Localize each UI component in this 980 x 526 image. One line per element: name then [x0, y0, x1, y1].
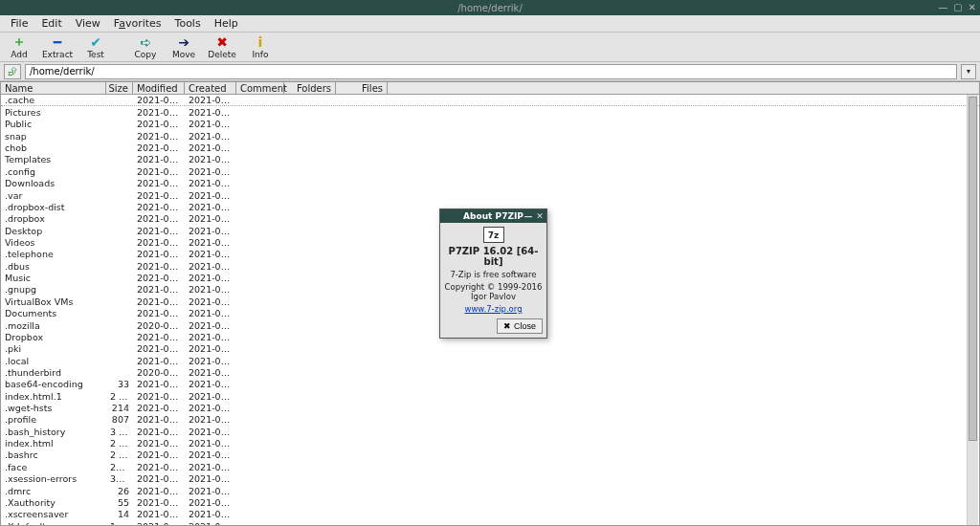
window-title: /home/derrik/ — [457, 3, 523, 13]
x-icon: ✖ — [216, 35, 228, 50]
toolbar: ＋ Add ━ Extract ✔ Test ➪ Copy ➔ Move ✖ D… — [0, 33, 980, 62]
table-row[interactable]: Public2021-02-11 01...2021-02-11 01... — [1, 119, 979, 130]
table-row[interactable]: .config2021-02-12 04...2021-02-12 04... — [1, 165, 979, 177]
addressbar: ⮵ ▾ — [0, 62, 980, 81]
col-modified[interactable]: Modified — [133, 82, 185, 94]
table-row[interactable]: .dmrc262021-02-11 01...2021-02-11 01... — [1, 485, 979, 496]
table-row[interactable]: .cache2021-02-11 20...2021-02-11 20... — [1, 95, 979, 106]
col-name[interactable]: Name — [1, 82, 106, 94]
menu-edit[interactable]: Edit — [34, 15, 68, 32]
table-row[interactable]: base64-encoding332021-02-11 20...2021-02… — [1, 379, 979, 390]
table-row[interactable]: Templates2021-02-11 01...2021-02-11 01..… — [1, 154, 979, 165]
table-row[interactable]: .xsession-errors35 0992021-02-12 04...20… — [1, 473, 979, 485]
menu-tools[interactable]: Tools — [168, 15, 208, 32]
table-row[interactable]: snap2021-02-11 19...2021-02-11 19... — [1, 130, 979, 142]
dialog-line1: 7-Zip is free software — [450, 270, 536, 279]
menu-favorites[interactable]: Favorites — [107, 15, 168, 32]
table-row[interactable]: Pictures2021-02-12 04...2021-02-12 04... — [1, 106, 979, 118]
7z-icon: 7z — [483, 227, 504, 243]
move-button[interactable]: ➔ Move — [167, 33, 201, 61]
dialog-titlebar[interactable]: About P7ZIP — ✕ — [440, 209, 546, 223]
info-icon: i — [258, 35, 263, 50]
table-row[interactable]: .bash_history3 9992021-02-11 23...2021-0… — [1, 426, 979, 437]
dialog-close-icon[interactable]: ✕ — [535, 211, 545, 221]
table-row[interactable]: .wget-hsts2142021-02-11 06...2021-02-11 … — [1, 402, 979, 413]
minus-icon: ━ — [54, 35, 61, 50]
menu-help[interactable]: Help — [208, 15, 245, 32]
scrollbar[interactable] — [967, 95, 978, 525]
about-dialog: About P7ZIP — ✕ 7z P7ZIP 16.02 [64-bit] … — [439, 208, 547, 339]
dialog-body: 7z P7ZIP 16.02 [64-bit] 7-Zip is free so… — [440, 223, 546, 338]
col-comment[interactable]: Comment — [236, 82, 284, 94]
info-button[interactable]: i Info — [243, 33, 278, 61]
menu-view[interactable]: View — [69, 15, 107, 32]
col-folders[interactable]: Folders — [284, 82, 336, 94]
table-row[interactable]: .local2021-02-11 01...2021-02-11 01... — [1, 355, 979, 366]
table-row[interactable]: chob2021-02-11 22...2021-02-11 22... — [1, 142, 979, 153]
close-icon[interactable]: ✕ — [969, 3, 976, 12]
close-x-icon: ✖ — [503, 321, 511, 331]
minimize-icon[interactable]: — — [938, 3, 947, 12]
col-files[interactable]: Files — [336, 82, 388, 94]
arrow-right-solid-icon: ➔ — [178, 35, 189, 50]
table-row[interactable]: .thunderbird2020-03-28 01...2021-02-11 0… — [1, 366, 979, 378]
table-row[interactable]: index.html2 3902021-02-11 23...2021-02-1… — [1, 437, 979, 449]
table-row[interactable]: .var2021-02-11 17...2021-02-11 17... — [1, 189, 979, 201]
table-row[interactable]: .profile8072021-02-10 03...2021-02-10 03… — [1, 414, 979, 426]
window-titlebar: /home/derrik/ — ▢ ✕ — [0, 0, 980, 15]
table-row[interactable]: .xscreensaver142021-02-10 03...2021-02-1… — [1, 509, 979, 520]
copy-button[interactable]: ➪ Copy — [128, 33, 163, 61]
table-row[interactable]: Downloads2021-02-11 23...2021-02-11 23..… — [1, 178, 979, 189]
table-row[interactable]: .pki2021-02-11 06...2021-02-11 06... — [1, 343, 979, 355]
dialog-heading: P7ZIP 16.02 [64-bit] — [444, 246, 543, 267]
table-row[interactable]: .bashrc2 6462021-02-11 21...2021-02-11 2… — [1, 449, 979, 461]
arrow-right-icon: ➪ — [140, 35, 151, 50]
menubar: File Edit View Favorites Tools Help — [0, 15, 980, 33]
window-buttons: — ▢ ✕ — [938, 3, 976, 12]
dialog-link[interactable]: www.7-zip.org — [464, 304, 522, 314]
check-icon: ✔ — [90, 35, 101, 50]
table-row[interactable]: .Xauthority552021-02-11 17...2021-02-11 … — [1, 496, 979, 508]
maximize-icon[interactable]: ▢ — [953, 3, 962, 12]
delete-button[interactable]: ✖ Delete — [205, 33, 239, 61]
table-header: Name Size Modified Created Comment Folde… — [0, 81, 980, 95]
plus-icon: ＋ — [12, 35, 26, 50]
menu-file[interactable]: File — [4, 15, 34, 32]
address-dropdown[interactable]: ▾ — [961, 64, 976, 79]
dialog-copyright: Copyright © 1999-2016 Igor Pavlov — [444, 282, 543, 301]
table-row[interactable]: .Xdefaults1 6002021-02-10 03...2021-02-1… — [1, 520, 979, 526]
table-row[interactable]: index.html.12 3902021-02-11 23...2021-02… — [1, 390, 979, 402]
address-input[interactable] — [25, 64, 957, 79]
dialog-minimize-icon[interactable]: — — [523, 211, 533, 221]
col-created[interactable]: Created — [185, 82, 236, 94]
scrollbar-thumb[interactable] — [969, 97, 977, 441]
up-button[interactable]: ⮵ — [4, 64, 21, 79]
add-button[interactable]: ＋ Add — [2, 33, 36, 61]
col-size[interactable]: Size — [106, 82, 133, 94]
table-row[interactable]: .face275 6102021-02-11 17...2021-02-11 1… — [1, 461, 979, 472]
extract-button[interactable]: ━ Extract — [40, 33, 75, 61]
test-button[interactable]: ✔ Test — [78, 33, 113, 61]
dialog-close-button[interactable]: ✖ Close — [497, 318, 543, 334]
